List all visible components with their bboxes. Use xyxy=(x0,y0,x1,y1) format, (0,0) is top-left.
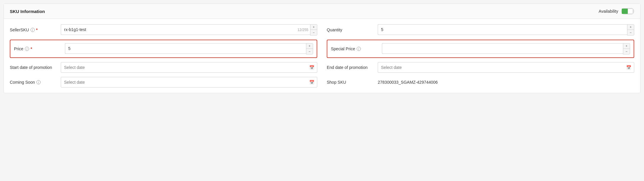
toggle-on-indicator xyxy=(622,9,628,14)
special-price-input[interactable] xyxy=(382,43,623,54)
seller-sku-label: SellerSKU i * xyxy=(10,28,57,32)
quantity-input-wrapper: + − xyxy=(378,24,634,35)
end-date-row: End date of promotion 📅 xyxy=(327,62,634,73)
price-increment[interactable]: + xyxy=(306,43,313,49)
special-price-highlighted-row: Special Price i + − xyxy=(327,40,634,58)
price-required: * xyxy=(31,46,32,51)
end-date-wrapper: 📅 xyxy=(378,62,634,73)
end-date-input[interactable] xyxy=(378,62,634,73)
quantity-input[interactable] xyxy=(378,24,627,35)
quantity-increment[interactable]: + xyxy=(627,25,634,30)
seller-sku-stepper: + − xyxy=(310,24,317,35)
start-date-input[interactable] xyxy=(61,62,317,73)
special-price-stepper: + − xyxy=(623,43,630,54)
end-date-label: End date of promotion xyxy=(327,65,374,70)
price-label: Price i * xyxy=(14,46,61,51)
coming-soon-row: Coming Soon i 📅 xyxy=(10,77,317,88)
toggle-off-indicator xyxy=(628,9,633,14)
coming-soon-input[interactable] xyxy=(61,77,317,88)
price-decrement[interactable]: − xyxy=(306,49,313,54)
sku-information-card: SKU Information Availability SellerSKU i… xyxy=(4,4,640,93)
shop-sku-label: Shop SKU xyxy=(327,80,374,85)
quantity-label: Quantity xyxy=(327,28,374,32)
special-price-label: Special Price i xyxy=(331,46,378,51)
start-date-row: Start date of promotion 📅 xyxy=(10,62,317,73)
coming-soon-wrapper: 📅 xyxy=(61,77,317,88)
seller-sku-row: SellerSKU i * 12/255 + − xyxy=(10,24,317,35)
price-input-wrapper: + − xyxy=(65,43,313,54)
price-stepper: + − xyxy=(306,43,313,54)
price-input[interactable] xyxy=(65,43,306,54)
shop-sku-row: Shop SKU 278300033_SGAMZ-429744006 xyxy=(327,77,634,88)
start-date-label: Start date of promotion xyxy=(10,65,57,70)
seller-sku-decrement[interactable]: − xyxy=(310,30,317,35)
coming-soon-info-icon[interactable]: i xyxy=(36,80,41,84)
seller-sku-input[interactable] xyxy=(61,24,310,35)
seller-sku-input-wrapper: 12/255 + − xyxy=(61,24,317,35)
availability-wrapper: Availability xyxy=(599,8,634,14)
seller-sku-required: * xyxy=(36,28,38,32)
card-body: SellerSKU i * 12/255 + − Quantity xyxy=(4,19,640,93)
special-price-increment[interactable]: + xyxy=(623,43,630,49)
start-date-wrapper: 📅 xyxy=(61,62,317,73)
special-price-info-icon[interactable]: i xyxy=(357,47,361,51)
availability-label: Availability xyxy=(599,9,618,14)
quantity-decrement[interactable]: − xyxy=(627,30,634,35)
price-info-icon[interactable]: i xyxy=(25,47,29,51)
card-title: SKU Information xyxy=(10,9,45,14)
quantity-row: Quantity + − xyxy=(327,24,634,35)
shop-sku-value: 278300033_SGAMZ-429744006 xyxy=(378,80,438,85)
seller-sku-increment[interactable]: + xyxy=(310,25,317,30)
special-price-input-wrapper: + − xyxy=(382,43,630,54)
coming-soon-label: Coming Soon i xyxy=(10,80,57,85)
availability-toggle[interactable] xyxy=(621,8,634,14)
special-price-decrement[interactable]: − xyxy=(623,49,630,54)
quantity-stepper: + − xyxy=(627,24,634,35)
card-header: SKU Information Availability xyxy=(4,4,640,19)
seller-sku-info-icon[interactable]: i xyxy=(31,28,35,32)
price-highlighted-row: Price i * + − xyxy=(10,40,317,58)
